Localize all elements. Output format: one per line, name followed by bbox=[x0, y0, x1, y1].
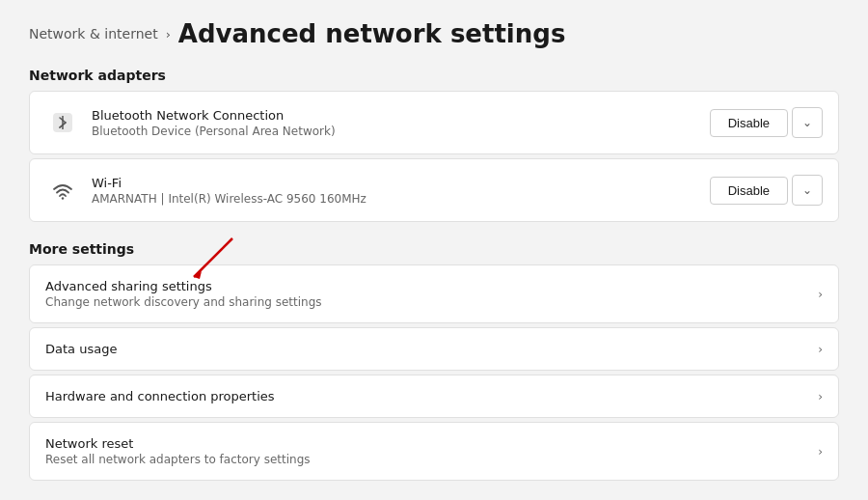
adapter-desc-wifi: AMARNATH | Intel(R) Wireless-AC 9560 160… bbox=[92, 192, 710, 206]
bluetooth-icon bbox=[45, 105, 80, 140]
adapter-actions-wifi: Disable ⌄ bbox=[710, 175, 823, 206]
settings-item-advanced-sharing[interactable]: Advanced sharing settings Change network… bbox=[29, 264, 839, 323]
chevron-advanced-sharing-icon: › bbox=[818, 288, 823, 301]
adapters-section: Network adapters Bluetooth Network Conne… bbox=[29, 68, 839, 222]
adapter-name-bluetooth: Bluetooth Network Connection bbox=[92, 108, 710, 123]
settings-title-advanced-sharing: Advanced sharing settings bbox=[45, 279, 818, 293]
svg-point-2 bbox=[62, 197, 64, 199]
adapter-name-wifi: Wi-Fi bbox=[92, 176, 710, 190]
adapter-desc-bluetooth: Bluetooth Device (Personal Area Network) bbox=[92, 125, 710, 138]
wifi-icon bbox=[45, 173, 80, 208]
breadcrumb: Network & internet › Advanced network se… bbox=[29, 19, 839, 48]
settings-item-network-reset[interactable]: Network reset Reset all network adapters… bbox=[29, 422, 839, 481]
disable-wifi-button[interactable]: Disable bbox=[710, 177, 788, 205]
adapter-actions-bluetooth: Disable ⌄ bbox=[710, 107, 823, 138]
settings-title-network-reset: Network reset bbox=[45, 436, 818, 451]
page: Network & internet › Advanced network se… bbox=[0, 0, 868, 500]
settings-info-hardware: Hardware and connection properties bbox=[45, 389, 818, 403]
adapter-info-bluetooth: Bluetooth Network Connection Bluetooth D… bbox=[92, 108, 710, 138]
settings-desc-network-reset: Reset all network adapters to factory se… bbox=[45, 453, 818, 466]
settings-item-data-usage[interactable]: Data usage › bbox=[29, 327, 839, 371]
adapter-item-wifi[interactable]: Wi-Fi AMARNATH | Intel(R) Wireless-AC 95… bbox=[29, 158, 839, 222]
disable-bluetooth-button[interactable]: Disable bbox=[710, 109, 788, 137]
adapters-section-title: Network adapters bbox=[29, 68, 839, 83]
more-settings-section: More settings Advanced sharing settings … bbox=[29, 241, 839, 481]
settings-desc-advanced-sharing: Change network discovery and sharing set… bbox=[45, 295, 818, 309]
settings-info-advanced-sharing: Advanced sharing settings Change network… bbox=[45, 279, 818, 309]
settings-item-hardware[interactable]: Hardware and connection properties › bbox=[29, 375, 839, 418]
breadcrumb-chevron: › bbox=[166, 27, 171, 42]
settings-title-hardware: Hardware and connection properties bbox=[45, 389, 818, 403]
breadcrumb-parent[interactable]: Network & internet bbox=[29, 26, 158, 42]
expand-wifi-button[interactable]: ⌄ bbox=[792, 175, 823, 206]
page-title: Advanced network settings bbox=[178, 19, 566, 48]
chevron-data-usage-icon: › bbox=[818, 343, 823, 356]
chevron-hardware-icon: › bbox=[818, 390, 823, 403]
expand-bluetooth-button[interactable]: ⌄ bbox=[792, 107, 823, 138]
settings-info-network-reset: Network reset Reset all network adapters… bbox=[45, 436, 818, 466]
settings-title-data-usage: Data usage bbox=[45, 342, 818, 356]
more-settings-title: More settings bbox=[29, 241, 839, 257]
chevron-network-reset-icon: › bbox=[818, 445, 823, 458]
adapter-info-wifi: Wi-Fi AMARNATH | Intel(R) Wireless-AC 95… bbox=[92, 176, 710, 206]
settings-info-data-usage: Data usage bbox=[45, 342, 818, 356]
adapter-item-bluetooth[interactable]: Bluetooth Network Connection Bluetooth D… bbox=[29, 91, 839, 154]
svg-marker-4 bbox=[194, 271, 202, 279]
